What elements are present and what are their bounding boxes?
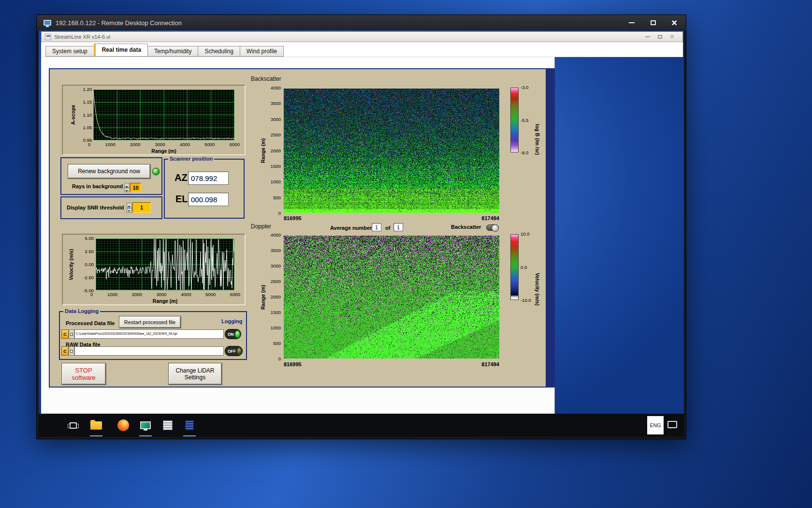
raw-logging-led xyxy=(237,348,241,355)
app-restore-icon[interactable] xyxy=(658,35,662,39)
processed-logging-led xyxy=(235,331,240,338)
rdp-window: 192.168.0.122 - Remote Desktop Connectio… xyxy=(36,15,686,439)
rdp-titlebar[interactable]: 192.168.0.122 - Remote Desktop Connectio… xyxy=(37,15,686,30)
notification-chat-icon[interactable] xyxy=(667,421,677,428)
backscatter-colorbar xyxy=(510,88,519,152)
file-explorer-button[interactable] xyxy=(87,414,106,437)
restart-processed-file-button[interactable]: Restart processed file xyxy=(119,316,181,328)
stop-software-line1: STOP xyxy=(75,367,92,374)
close-icon: × xyxy=(671,18,677,28)
minimize-icon xyxy=(629,22,635,23)
a-scope-plot xyxy=(93,90,234,140)
drive-icon[interactable]: C xyxy=(61,346,69,356)
backscatter-doppler-switch[interactable] xyxy=(486,224,499,231)
background-led-indicator xyxy=(152,168,160,175)
doppler-colorbar-label: Velocity (m/s) xyxy=(534,241,541,338)
doppler-x-start: 816995 xyxy=(284,361,302,367)
task-view-button[interactable] xyxy=(63,414,83,437)
velocity-plot xyxy=(96,239,234,290)
maximize-icon xyxy=(651,20,656,25)
folder-icon xyxy=(90,421,102,430)
snr-threshold-box: Display SNR threshold 1 xyxy=(60,196,162,219)
velocity-x-label: Range (m) xyxy=(96,298,234,304)
scan-scheduler-icon xyxy=(163,420,173,430)
data-logging-title: Data Logging xyxy=(63,308,100,314)
raw-logging-toggle[interactable]: OFF xyxy=(225,346,243,356)
rays-value-field[interactable]: 10 xyxy=(130,183,141,192)
data-logging-box: Data Logging Processed Data file Restart… xyxy=(59,311,247,360)
doppler-x-labels: 816995 817494 xyxy=(284,361,499,367)
processed-path-field[interactable]: C:\Lidar\Data\Proc\2023\202309\20230909\… xyxy=(74,329,224,339)
raw-logging-state: OFF xyxy=(228,349,236,354)
labview-app-button[interactable] xyxy=(180,414,199,437)
app-titlebar[interactable]: StreamLine XR v14-6.vi × xyxy=(41,31,683,42)
raw-path-field[interactable] xyxy=(74,346,224,356)
display-app-button[interactable] xyxy=(136,414,155,437)
processed-data-file-label: Processed Data file xyxy=(66,320,115,326)
a-scope-y-ticks: 1.201.151.101.050.99 xyxy=(75,87,92,143)
rdp-close-button[interactable]: × xyxy=(664,15,685,30)
real-time-data-panel: A-scope 1.201.151.101.050.99 01000200030… xyxy=(49,68,547,388)
snr-threshold-label: Display SNR threshold xyxy=(67,205,124,210)
doppler-heatmap xyxy=(284,236,499,359)
change-lidar-settings-line1: Change LiDAR xyxy=(175,367,214,374)
rdp-maximize-button[interactable] xyxy=(642,15,664,30)
backscatter-x-labels: 816995 817494 xyxy=(284,215,499,221)
app-close-icon[interactable]: × xyxy=(670,33,674,40)
browse-icon[interactable] xyxy=(69,346,74,356)
active-app-indicator xyxy=(139,435,152,436)
remote-desktop: StreamLine XR v14-6.vi × System setup Re… xyxy=(39,30,684,437)
backscatter-title: Backscatter xyxy=(251,75,281,82)
velocity-chart: Velocity (m/s) 5.002.500.00-2.50-5.00 01… xyxy=(62,234,246,305)
background-controls-box: Renew background now Rays in background … xyxy=(60,157,162,195)
remote-desktop-icon xyxy=(44,20,51,26)
app-minimize-icon[interactable] xyxy=(645,36,650,37)
raw-path-control[interactable]: C xyxy=(61,346,224,356)
processed-logging-toggle[interactable]: ON xyxy=(225,329,241,339)
backscatter-colorbar-label: log B (/m /sr) xyxy=(534,91,541,188)
a-scope-chart: A-scope 1.201.151.101.050.99 01000200030… xyxy=(62,85,246,155)
az-label: AZ xyxy=(174,172,188,183)
velocity-y-label: Velocity (m/s) xyxy=(68,239,74,290)
language-indicator[interactable]: ENG xyxy=(647,416,664,434)
doppler-colorbar xyxy=(510,234,519,300)
restart-processed-file-label: Restart processed file xyxy=(124,319,175,325)
tab-system-setup[interactable]: System setup xyxy=(45,46,94,57)
tab-temp-humidity[interactable]: Temp/humidity xyxy=(147,46,198,57)
stop-software-button[interactable]: STOP software xyxy=(61,363,106,385)
renew-background-button[interactable]: Renew background now xyxy=(68,164,150,179)
document-icon xyxy=(185,420,194,430)
front-panel: A-scope 1.201.151.101.050.99 01000200030… xyxy=(41,57,555,415)
tab-bar: System setup Real time data Temp/humidit… xyxy=(41,42,683,57)
task-view-icon xyxy=(70,422,77,429)
a-scope-x-ticks: 0100020003000400050006000 xyxy=(88,142,240,147)
average-total-field[interactable]: 1 xyxy=(393,223,403,231)
el-value-field[interactable]: 000.098 xyxy=(188,193,229,206)
drive-icon[interactable]: C xyxy=(61,329,69,339)
average-number-field[interactable]: 1 xyxy=(372,223,381,231)
scanner-position-box: Scanner position AZ 078.992 EL 000.098 xyxy=(164,159,245,219)
rays-spinner[interactable] xyxy=(124,183,130,192)
snr-spinner[interactable] xyxy=(127,203,132,213)
processed-path-control[interactable]: C C:\Lidar\Data\Proc\2023\202309\2023090… xyxy=(61,329,224,339)
backscatter-x-start: 816995 xyxy=(284,215,302,221)
active-app-indicator xyxy=(90,435,102,436)
backscatter-x-end: 817494 xyxy=(481,215,499,221)
scan-scheduler-button[interactable] xyxy=(158,414,177,437)
snr-value-field[interactable]: 1 xyxy=(132,202,151,213)
rdp-minimize-button[interactable] xyxy=(621,15,642,30)
doppler-title: Doppler xyxy=(251,223,271,230)
backscatter-heatmap xyxy=(284,89,499,213)
app-window-controls: × xyxy=(645,33,679,40)
rdp-window-controls: × xyxy=(621,15,685,30)
browse-icon[interactable] xyxy=(69,329,74,339)
stop-software-line2: software xyxy=(72,374,95,381)
processed-logging-state: ON xyxy=(228,332,234,337)
doppler-x-end: 817494 xyxy=(481,361,499,367)
az-value-field[interactable]: 078.992 xyxy=(188,171,229,185)
firefox-button[interactable] xyxy=(114,414,133,437)
tab-scheduling[interactable]: Scheduling xyxy=(198,46,240,57)
tab-wind-profile[interactable]: Wind profile xyxy=(240,46,284,57)
change-lidar-settings-button[interactable]: Change LiDAR Settings xyxy=(168,363,222,385)
tab-real-time-data[interactable]: Real time data xyxy=(94,44,148,57)
